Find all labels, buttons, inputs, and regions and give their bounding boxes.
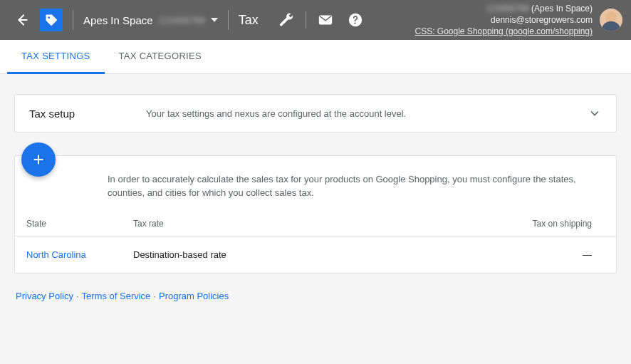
avatar[interactable] (600, 9, 622, 31)
wrench-icon[interactable] (271, 5, 301, 35)
tab-bar: TAX SETTINGS TAX CATEGORIES (0, 40, 631, 74)
account-info-box: 123456789 (Apes In Space) dennis@storegr… (415, 3, 593, 38)
program-link[interactable]: Program Policies (159, 291, 229, 301)
footer-links: Privacy Policy·Terms of Service·Program … (14, 274, 617, 301)
shopping-tag-logo[interactable] (40, 9, 63, 31)
panel-title: Tax setup (29, 108, 129, 120)
tab-tax-settings[interactable]: TAX SETTINGS (7, 40, 105, 74)
col-shipping: Tax on shipping (393, 212, 616, 236)
account-id: 123456789 (159, 15, 205, 26)
separator (73, 10, 73, 30)
separator (306, 11, 306, 28)
cell-rate: Destination-based rate (122, 236, 393, 273)
svg-point-3 (354, 22, 355, 24)
back-icon[interactable] (9, 6, 36, 33)
svg-point-0 (48, 16, 50, 19)
card-intro: In order to accurately calculate the sal… (15, 170, 616, 212)
info-id: 123456789 (486, 4, 529, 14)
panel-desc: Your tax settings and nexus are configur… (146, 108, 406, 119)
mail-icon[interactable] (311, 5, 340, 35)
cell-shipping: — (393, 236, 616, 273)
state-link[interactable]: North Carolina (26, 249, 86, 260)
privacy-link[interactable]: Privacy Policy (16, 291, 73, 301)
chevron-down-icon (211, 16, 218, 24)
col-state: State (15, 212, 122, 236)
info-name: (Apes In Space) (531, 4, 593, 14)
add-fab[interactable] (21, 142, 56, 177)
info-email: dennis@storegrowers.com (415, 14, 593, 26)
table-row[interactable]: North Carolina Destination-based rate — (15, 236, 616, 273)
separator (228, 10, 229, 30)
tax-setup-panel[interactable]: Tax setup Your tax settings and nexus ar… (14, 94, 617, 132)
account-selector[interactable]: Apes In Space 123456789 (83, 14, 218, 26)
chevron-down-icon[interactable] (588, 106, 602, 120)
info-css-link[interactable]: CSS: Google Shopping (google.com/shoppin… (415, 26, 593, 37)
help-icon[interactable] (340, 5, 370, 35)
col-rate: Tax rate (122, 212, 393, 236)
tab-tax-categories[interactable]: TAX CATEGORIES (105, 40, 216, 74)
tax-table: State Tax rate Tax on shipping North Car… (15, 212, 616, 273)
account-name: Apes In Space (83, 14, 153, 26)
section-title: Tax (239, 13, 259, 28)
tax-table-card: In order to accurately calculate the sal… (14, 155, 617, 274)
app-header: Apes In Space 123456789 Tax 123456789 (A… (0, 0, 631, 40)
terms-link[interactable]: Terms of Service (82, 291, 151, 301)
